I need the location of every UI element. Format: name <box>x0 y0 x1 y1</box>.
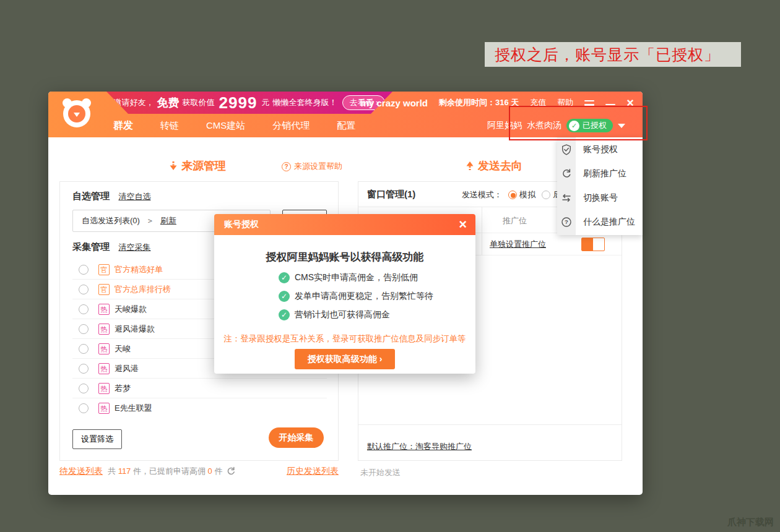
check-circle-icon: ✓ <box>279 309 290 320</box>
send-status-text: 未开始发送 <box>360 467 401 478</box>
menu-item-what-is-promo[interactable]: ? 什么是推广位 <box>557 210 643 234</box>
filter-settings-button[interactable]: 设置筛选 <box>72 429 122 449</box>
nav-tab-settings[interactable]: 配置 <box>337 120 355 132</box>
mode-radio-simulate[interactable]: 模拟 <box>508 189 535 200</box>
hot-tag: 热 <box>98 383 110 394</box>
official-tag: 官 <box>98 264 110 275</box>
promo-yuan: 元 <box>261 97 269 108</box>
pending-footer: 待发送列表 共 117 件，已提前申请高佣 0 件 历史发送列表 <box>59 466 339 477</box>
account-dropdown-menu: 账号授权 刷新推广位 切换账号 ? 什么是推广位 <box>557 137 643 235</box>
chevron-right-icon: ＞ <box>146 215 154 226</box>
radio-button[interactable] <box>79 403 89 413</box>
radio-button[interactable] <box>79 285 89 294</box>
pending-list-link[interactable]: 待发送列表 <box>59 466 103 477</box>
benefit-item: ✓ CMS实时申请高佣金，告别低佣 <box>279 272 433 283</box>
nav-tab-mass-send[interactable]: 群发 <box>113 119 133 132</box>
nav-tab-distribution[interactable]: 分销代理 <box>272 120 310 132</box>
radio-button[interactable] <box>79 304 89 314</box>
shield-check-icon <box>561 144 572 155</box>
send-mode-label: 发送模式： <box>462 189 502 200</box>
promo-getvalue: 获取价值 <box>183 97 215 108</box>
hot-tag: 热 <box>98 403 110 414</box>
promo-invite: 邀请好友， <box>114 97 154 108</box>
chevron-down-icon[interactable] <box>618 124 625 128</box>
check-circle-icon: ✓ <box>279 291 290 302</box>
svg-text:?: ? <box>565 218 568 225</box>
hot-tag: 热 <box>98 363 110 374</box>
list-item[interactable]: 热 若梦 <box>72 379 327 398</box>
radio-button[interactable] <box>79 344 89 354</box>
radio-button[interactable] <box>79 364 89 374</box>
refresh-icon <box>561 168 572 179</box>
promo-column-header: 推广位 <box>503 215 527 226</box>
benefit-list: ✓ CMS实时申请高佣金，告别低佣 ✓ 发单申请高佣更稳定，告别繁忙等待 ✓ 营… <box>279 272 433 320</box>
promo-toggle[interactable] <box>581 238 605 251</box>
nav-tab-convert-link[interactable]: 转链 <box>160 120 179 132</box>
modal-close-icon[interactable]: × <box>459 217 467 233</box>
shield-check-icon: ✓ <box>569 121 579 131</box>
default-promo-link[interactable]: 默认推广位：淘客导购推广位 <box>367 441 472 452</box>
authorize-modal: 账号授权 × 授权阿里妈妈账号以获得高级功能 ✓ CMS实时申请高佣金，告别低佣… <box>214 214 475 374</box>
selection-title: 自选管理 <box>72 191 110 201</box>
check-circle-icon: ✓ <box>279 272 290 283</box>
benefit-item: ✓ 营销计划也可获得高佣金 <box>279 309 433 320</box>
list-item[interactable]: 热 E先生联盟 <box>72 398 327 418</box>
clear-selection-link[interactable]: 清空自选 <box>118 192 150 201</box>
account-user: 水煮肉汤 <box>527 120 561 131</box>
window-manage-title: 窗口管理(1) <box>367 189 415 200</box>
window-menu-icon[interactable] <box>584 100 594 106</box>
swap-icon <box>561 192 572 204</box>
source-section-header: 来源管理 <box>169 158 226 173</box>
history-list-link[interactable]: 历史发送列表 <box>287 466 339 477</box>
menu-item-authorize[interactable]: 账号授权 <box>557 137 643 161</box>
refresh-selection-link[interactable]: 刷新 <box>160 215 176 226</box>
authorized-badge-label: 已授权 <box>583 120 607 131</box>
main-nav: 群发 转链 CMS建站 分销代理 配置 <box>113 114 355 137</box>
menu-item-switch-account[interactable]: 切换账号 <box>557 186 643 210</box>
account-bar: 阿里妈妈 水煮肉汤 ✓ 已授权 <box>487 114 625 137</box>
send-mode-group: 发送模式： 模拟 后台 <box>462 182 569 207</box>
modal-titlebar: 账号授权 × <box>214 214 475 235</box>
question-icon: ? <box>561 217 572 228</box>
watermark: 爪神下载网 <box>727 517 774 528</box>
annotation-label: 授权之后，账号显示「已授权」 <box>485 42 741 67</box>
promo-banner: 邀请好友， 免费 获取价值 2999 元 懒懒全套终身版！ 去看看 › <box>106 92 392 114</box>
radio-button[interactable] <box>79 265 89 275</box>
export-arrow-icon <box>466 161 474 171</box>
start-collect-button[interactable]: 开始采集 <box>269 427 324 448</box>
clear-collect-link[interactable]: 清空采集 <box>118 242 150 252</box>
remaining-time: 剩余使用时间：316 天 <box>439 97 519 108</box>
help-link[interactable]: 帮助 <box>557 97 573 108</box>
minimize-button[interactable] <box>605 104 615 106</box>
logged-in-account: my crazy world <box>361 98 428 108</box>
radio-button[interactable] <box>79 324 89 334</box>
radio-selected-icon <box>508 191 517 199</box>
hot-tag: 热 <box>98 324 110 335</box>
refresh-count-icon[interactable] <box>226 466 236 476</box>
close-button[interactable]: × <box>626 98 634 108</box>
nav-tab-cms[interactable]: CMS建站 <box>206 120 245 132</box>
source-section-title: 来源管理 <box>181 158 226 173</box>
promo-price: 2999 <box>219 93 258 113</box>
authorized-badge[interactable]: ✓ 已授权 <box>566 119 613 132</box>
titlebar: 邀请好友， 免费 获取价值 2999 元 懒懒全套终身版！ 去看看 › my c… <box>48 92 643 137</box>
send-section-title: 发送去向 <box>478 158 522 173</box>
modal-note: 注：登录跟授权是互补关系，登录可获取推广位信息及同步订单等 <box>214 333 475 345</box>
modal-title: 账号授权 <box>224 219 259 230</box>
app-logo-icon <box>62 98 92 128</box>
question-icon: ? <box>282 162 291 171</box>
recharge-link[interactable]: 充值 <box>530 97 546 108</box>
import-arrow-icon <box>169 161 178 171</box>
menu-item-refresh-promo[interactable]: 刷新推广位 <box>557 161 643 186</box>
source-help-link[interactable]: ? 来源设置帮助 <box>282 161 342 172</box>
radio-button[interactable] <box>79 384 89 393</box>
radio-unselected-icon <box>542 191 550 199</box>
authorize-button[interactable]: 授权获取高级功能› <box>295 349 395 369</box>
official-tag: 官 <box>98 284 110 295</box>
account-platform: 阿里妈妈 <box>487 120 522 131</box>
send-panel-footer: 默认推广位：淘客导购推广位 开始发送 <box>358 424 622 461</box>
promo-package: 懒懒全套终身版！ <box>272 97 337 108</box>
hot-tag: 热 <box>98 343 110 354</box>
hot-tag: 热 <box>98 304 110 315</box>
set-promo-link[interactable]: 单独设置推广位 <box>490 239 546 250</box>
